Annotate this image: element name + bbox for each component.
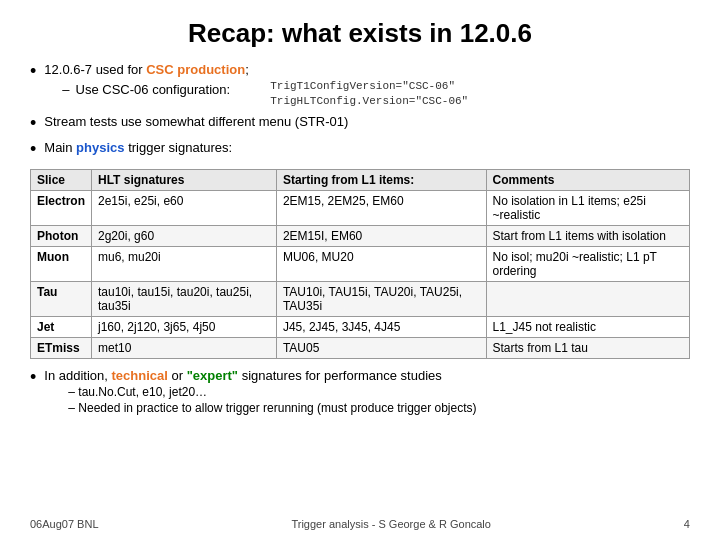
col-header-l1: Starting from L1 items: [276,169,486,190]
table-cell-slice: Muon [31,246,92,281]
table-cell-comments: No isolation in L1 items; e25i ~realisti… [486,190,689,225]
bullet-item-2: • Stream tests use somewhat different me… [30,113,690,135]
bottom-bullet-item: • In addition, technical or "expert" sig… [30,367,690,417]
bullet1-text-after: ; [245,62,249,77]
bullet1-text-before: 12.0.6-7 used for [44,62,146,77]
bullet-section: • 12.0.6-7 used for CSC production; – Us… [30,61,690,161]
table-cell-comments [486,281,689,316]
bullet-dot-3: • [30,139,36,161]
footer: 06Aug07 BNL Trigger analysis - S George … [30,518,690,530]
table-cell-comments: L1_J45 not realistic [486,316,689,337]
bullet3-link: physics [76,140,124,155]
bottom-technical: technical [112,368,168,383]
bullet-content-2: Stream tests use somewhat different menu… [44,113,348,131]
table-cell-hlt: j160, 2j120, 3j65, 4j50 [92,316,277,337]
code-line-2: TrigHLTConfig.Version="CSC-06" [270,94,468,109]
bottom-bullet-dot: • [30,367,36,389]
table-header-row: Slice HLT signatures Starting from L1 it… [31,169,690,190]
table-cell-hlt: mu6, mu20i [92,246,277,281]
bottom-bullets: • In addition, technical or "expert" sig… [30,367,690,417]
col-header-hlt: HLT signatures [92,169,277,190]
bottom-sub-2: – Needed in practice to allow trigger re… [68,400,476,416]
page-title: Recap: what exists in 12.0.6 [30,18,690,49]
bottom-sub-1: – tau.No.Cut, e10, jet20… [68,384,476,400]
bullet3-text-before: Main [44,140,76,155]
col-header-comments: Comments [486,169,689,190]
bottom-text-before: In addition, [44,368,111,383]
sub-bullet-1: – Use CSC-06 configuration: [62,81,230,99]
bullet-dot-2: • [30,113,36,135]
bullet-dot-1: • [30,61,36,83]
bottom-expert: "expert" [187,368,238,383]
sub-text: Use CSC-06 configuration: [76,81,231,99]
bottom-or: or [168,368,187,383]
table-row: Tautau10i, tau15i, tau20i, tau25i, tau35… [31,281,690,316]
table-cell-l1: 2EM15I, EM60 [276,225,486,246]
table-cell-slice: ETmiss [31,337,92,358]
table-cell-l1: J45, 2J45, 3J45, 4J45 [276,316,486,337]
table-cell-slice: Photon [31,225,92,246]
table-row: Muonmu6, mu20iMU06, MU20No isol; mu20i ~… [31,246,690,281]
table-cell-slice: Electron [31,190,92,225]
bullet-item-1: • 12.0.6-7 used for CSC production; – Us… [30,61,690,109]
table-cell-l1: MU06, MU20 [276,246,486,281]
code-block: TrigT1ConfigVersion="CSC-06" TrigHLTConf… [270,79,468,110]
table-row: Jetj160, 2j120, 3j65, 4j50J45, 2J45, 3J4… [31,316,690,337]
table-row: ETmissmet10TAU05Starts from L1 tau [31,337,690,358]
data-table: Slice HLT signatures Starting from L1 it… [30,169,690,359]
table-cell-comments: No isol; mu20i ~realistic; L1 pT orderin… [486,246,689,281]
table-cell-l1: 2EM15, 2EM25, EM60 [276,190,486,225]
bottom-bullet-content: In addition, technical or "expert" signa… [44,367,476,417]
table-cell-hlt: 2g20i, g60 [92,225,277,246]
footer-left: 06Aug07 BNL [30,518,99,530]
bullet1-link: CSC production [146,62,245,77]
sub-dash: – [62,81,69,99]
page-container: Recap: what exists in 12.0.6 • 12.0.6-7 … [0,0,720,540]
bullet-item-3: • Main physics trigger signatures: [30,139,690,161]
table-cell-comments: Start from L1 items with isolation [486,225,689,246]
table-cell-l1: TAU10i, TAU15i, TAU20i, TAU25i, TAU35i [276,281,486,316]
table-cell-hlt: met10 [92,337,277,358]
bullet-content-3: Main physics trigger signatures: [44,139,232,157]
table-cell-slice: Jet [31,316,92,337]
table-cell-l1: TAU05 [276,337,486,358]
col-header-slice: Slice [31,169,92,190]
table-row: Photon2g20i, g602EM15I, EM60Start from L… [31,225,690,246]
table-cell-hlt: 2e15i, e25i, e60 [92,190,277,225]
bottom-text-after: signatures for performance studies [238,368,442,383]
table-row: Electron2e15i, e25i, e602EM15, 2EM25, EM… [31,190,690,225]
bullet3-text-after: trigger signatures: [125,140,233,155]
table-cell-comments: Starts from L1 tau [486,337,689,358]
sub-bullet-row: – Use CSC-06 configuration: TrigT1Config… [44,79,468,110]
bullet2-text: Stream tests use somewhat different menu… [44,114,348,129]
footer-right: 4 [684,518,690,530]
footer-center: Trigger analysis - S George & R Goncalo [291,518,491,530]
table-cell-slice: Tau [31,281,92,316]
code-line-1: TrigT1ConfigVersion="CSC-06" [270,79,468,94]
bullet-content-1: 12.0.6-7 used for CSC production; – Use … [44,61,468,109]
table-cell-hlt: tau10i, tau15i, tau20i, tau25i, tau35i [92,281,277,316]
